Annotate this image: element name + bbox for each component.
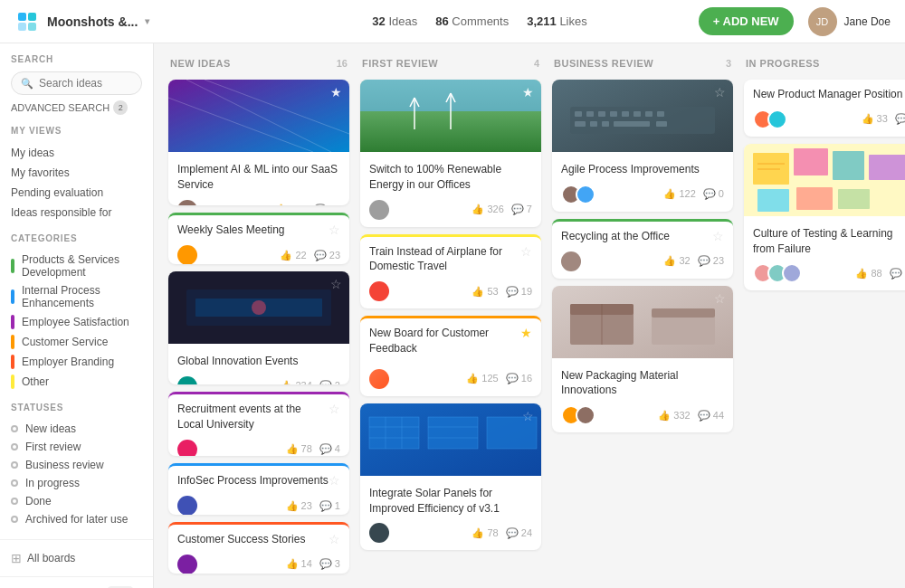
category-employee[interactable]: Employee Satisfaction [11,312,142,332]
comments-stat: 💬 23 [314,250,340,261]
card-customer-stories[interactable]: Customer Success Stories ☆ 👍 14 💬 3 [168,522,349,574]
likes-label: Likes [559,14,586,28]
status-dot [11,498,18,505]
sidebar-item-pending-evaluation[interactable]: Pending evaluation [11,183,142,203]
star-icon[interactable]: ☆ [714,85,726,100]
column-title-new-ideas: NEW IDEAS [170,58,231,69]
card-global-innovation[interactable]: ☆ Global Innovation Events 👍 234 💬 2 [168,271,349,384]
status-new-ideas[interactable]: New ideas [11,420,142,438]
card-stats: 👍 22 💬 23 [280,250,340,261]
star-icon[interactable]: ☆ [329,473,340,496]
main-layout: SEARCH 🔍 ADVANCED SEARCH 2 MY VIEWS My i… [0,43,905,588]
status-dot [11,425,18,432]
star-icon[interactable]: ☆ [712,229,724,251]
avatar [576,405,595,425]
card-recycling[interactable]: Recycling at the Office ☆ 👍 32 💬 23 [552,219,733,279]
all-boards[interactable]: ⊞ All boards [11,551,142,565]
comments-stat: 💬 0 [895,113,905,125]
svg-rect-27 [369,417,419,449]
category-employer-branding[interactable]: Employer Branding [11,352,142,372]
star-icon[interactable]: ☆ [329,223,340,245]
star-icon[interactable]: ☆ [330,277,342,291]
status-dot [11,461,18,469]
card-customer-feedback[interactable]: New Board for Customer Feedback ★ 👍 125 … [360,316,541,396]
card-train-travel[interactable]: Train Instead of Airplane for Domestic T… [360,234,541,309]
column-title-business-review: BUSINESS REVIEW [554,58,653,69]
logo-area[interactable]: Moonshots &... ▾ [14,9,149,34]
card-weekly-sales[interactable]: Weekly Sales Meeting ☆ 👍 22 💬 23 [168,213,349,264]
chevron-down-icon[interactable]: ▾ [145,16,149,26]
sidebar-item-my-favorites[interactable]: My favorites [11,163,142,183]
category-other[interactable]: Other [11,372,142,392]
column-count-new-ideas: 16 [337,58,348,69]
column-count-business-review: 3 [726,58,731,69]
column-header-new-ideas: NEW IDEAS 16 [168,58,349,69]
card-solar-panels[interactable]: ☆ Integrate Solar Panels for Improved Ef… [360,403,541,551]
card-body: Integrate Solar Panels for Improved Effi… [360,479,541,551]
card-agile[interactable]: ☆ Agile Process Improvements 👍 122 💬 0 [552,80,733,212]
sidebar-item-my-ideas[interactable]: My ideas [11,143,142,163]
card-stats: 👍 78 💬 24 [472,527,532,539]
star-icon[interactable]: ★ [522,85,534,100]
category-products[interactable]: Products & Services Development [11,251,142,281]
card-recruitment[interactable]: Recruitment events at the Local Universi… [168,392,349,456]
likes-stat: 👍 122 [663,188,695,200]
card-renewable-energy[interactable]: ★ Switch to 100% Renewable Energy in our… [360,80,541,227]
comments-stat: 💬 23 [698,255,724,267]
status-in-progress[interactable]: In progress [11,474,142,492]
column-title-first-review: FIRST REVIEW [362,58,438,69]
card-implement-ai[interactable]: ★ Implement AI & ML into our SaaS Servic… [168,80,349,205]
star-icon[interactable]: ☆ [714,291,726,306]
card-title: Recycling at the Office [561,229,670,244]
card-body: Recruitment events at the Local Universi… [168,394,349,456]
card-stats: 👍 14 💬 3 [286,558,340,570]
star-icon[interactable]: ★ [330,85,342,100]
user-area: JD Jane Doe [808,7,891,36]
card-title: Recruitment events at the Local Universi… [177,402,329,432]
comments-stat: 💬 0 [703,188,724,200]
star-icon[interactable]: ★ [520,326,532,364]
search-box[interactable]: 🔍 [11,71,142,95]
category-customer[interactable]: Customer Service [11,332,142,352]
card-footer: 👍 78 💬 24 [369,523,532,543]
card-stats: 👍 53 💬 19 [472,286,532,298]
star-icon[interactable]: ☆ [522,409,534,423]
card-title: Train Instead of Airplane for Domestic T… [369,244,520,275]
app-name: Moonshots &... [47,14,138,29]
categories-label: CATEGORIES [11,233,142,243]
card-body: Weekly Sales Meeting ☆ 👍 22 💬 23 [168,215,349,264]
card-title: Customer Success Stories [177,532,305,547]
status-done[interactable]: Done [11,492,142,510]
card-product-manager[interactable]: New Product Manager Position ★ 👍 33 💬 0 [744,80,905,137]
status-business-review[interactable]: Business review [11,456,142,474]
card-body: Customer Success Stories ☆ 👍 14 💬 3 [168,525,349,574]
user-name: Jane Doe [844,15,891,28]
search-section-label: SEARCH [11,54,142,64]
svg-rect-39 [586,111,594,117]
card-title: Agile Process Improvements [561,162,724,177]
add-new-button[interactable]: + ADD NEW [699,7,794,35]
advanced-search[interactable]: ADVANCED SEARCH 2 [11,100,142,115]
avatar [782,263,802,283]
card-footer: 👍 326 💬 7 [369,200,532,220]
svg-rect-0 [18,13,26,21]
card-body: Train Instead of Airplane for Domestic T… [360,237,541,309]
svg-rect-46 [575,121,586,127]
status-first-review[interactable]: First review [11,438,142,456]
avatar [369,369,389,389]
likes-stat: 👍 125 [466,373,498,384]
search-input[interactable] [39,77,132,90]
star-icon[interactable]: ☆ [329,402,340,440]
sidebar-bottom-icons [0,576,153,588]
card-stats: 👍 234 💬 2 [280,380,340,384]
star-icon[interactable]: ☆ [329,532,340,555]
card-footer: 👍 234 💬 2 [177,376,340,384]
card-infosec[interactable]: InfoSec Process Improvements ☆ 👍 23 💬 1 [168,463,349,515]
category-internal[interactable]: Internal Process Enhancements [11,281,142,312]
all-boards-label: All boards [27,552,75,564]
star-icon[interactable]: ☆ [520,244,532,282]
card-culture-testing[interactable]: ☆ Culture of Testing & Learning from Fai… [744,144,905,291]
card-packaging[interactable]: ☆ New Packaging Material Innovations 👍 3… [552,286,733,433]
status-archived[interactable]: Archived for later use [11,510,142,528]
sidebar-item-ideas-responsible[interactable]: Ideas responsible for [11,203,142,223]
